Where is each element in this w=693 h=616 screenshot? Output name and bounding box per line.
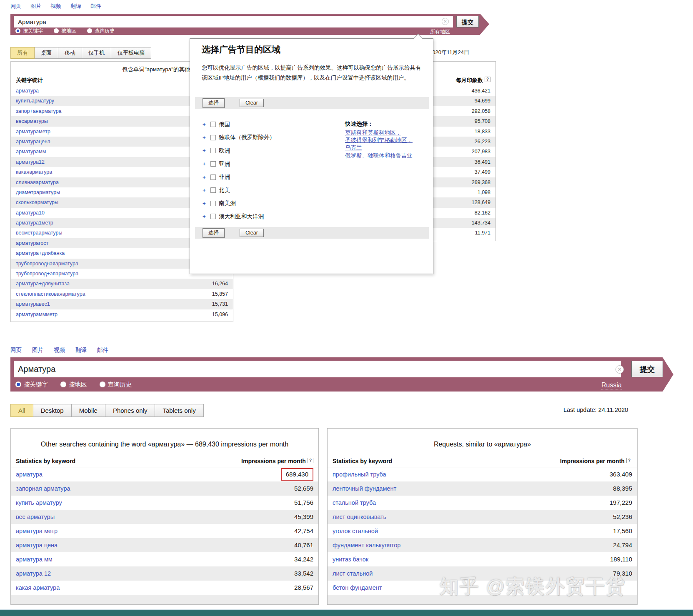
radio-selected-icon[interactable] bbox=[15, 28, 20, 33]
tab-desktop[interactable]: Desktop bbox=[33, 404, 72, 417]
keyword-link[interactable]: какаяарматура bbox=[16, 167, 52, 177]
region-label[interactable]: 独联体（俄罗斯除外） bbox=[219, 134, 275, 141]
region-checkbox[interactable] bbox=[210, 135, 216, 140]
keyword-link[interactable]: профильный труба bbox=[333, 467, 386, 481]
expand-icon[interactable]: + bbox=[203, 135, 210, 141]
keyword-link[interactable]: арматураметр bbox=[16, 127, 50, 137]
clear-icon[interactable]: ✕ bbox=[442, 18, 449, 25]
nav-link[interactable]: 网页 bbox=[10, 347, 22, 354]
quick-select-link[interactable]: 俄罗斯、独联体和格鲁吉亚 bbox=[345, 152, 430, 160]
keyword-link[interactable]: арматура 12 bbox=[16, 566, 51, 581]
mode-history[interactable]: 查询历史 bbox=[100, 381, 132, 389]
region-checkbox[interactable] bbox=[210, 214, 216, 219]
search-input[interactable] bbox=[14, 361, 621, 377]
tab-mobile[interactable]: 移动 bbox=[58, 47, 82, 59]
nav-link[interactable]: 图片 bbox=[32, 347, 43, 354]
tab-phones-only[interactable]: 仅手机 bbox=[82, 47, 111, 59]
nav-link[interactable]: 网页 bbox=[10, 2, 21, 10]
expand-icon[interactable]: + bbox=[203, 187, 210, 193]
keyword-link[interactable]: арматура метр bbox=[16, 524, 58, 538]
keyword-link[interactable]: какая арматура bbox=[16, 581, 60, 595]
help-icon[interactable]: ? bbox=[626, 458, 632, 463]
region-checkbox[interactable] bbox=[210, 161, 216, 167]
tab-tablets-only[interactable]: Tablets only bbox=[155, 404, 203, 417]
region-label[interactable]: 俄国 bbox=[219, 121, 230, 128]
keyword-link[interactable]: запор+анарматура bbox=[16, 106, 62, 116]
region-label[interactable]: 亚洲 bbox=[219, 160, 230, 168]
tab-tablets-only[interactable]: 仅平板电脑 bbox=[111, 47, 151, 59]
region-checkbox[interactable] bbox=[210, 201, 216, 206]
keyword-link[interactable]: вес арматуры bbox=[16, 510, 55, 524]
keyword-link[interactable]: арматурагост bbox=[16, 238, 48, 248]
select-button[interactable]: 选择 bbox=[203, 98, 225, 108]
nav-link[interactable]: 图片 bbox=[30, 2, 41, 10]
nav-link[interactable]: 翻译 bbox=[75, 347, 87, 354]
keyword-link[interactable]: бетон фундамент bbox=[333, 581, 382, 595]
expand-icon[interactable]: + bbox=[203, 121, 210, 127]
help-icon[interactable]: ? bbox=[308, 458, 313, 463]
submit-button[interactable]: 提交 bbox=[456, 16, 479, 27]
radio-icon[interactable] bbox=[87, 28, 92, 33]
radio-selected-icon[interactable] bbox=[15, 382, 21, 387]
tab-all[interactable]: All bbox=[10, 404, 33, 417]
keyword-link[interactable]: лист оцинковывать bbox=[333, 510, 386, 524]
nav-link[interactable]: 视频 bbox=[50, 2, 61, 10]
keyword-link[interactable]: арматураммметр bbox=[16, 309, 58, 319]
radio-icon[interactable] bbox=[54, 28, 59, 33]
keyword-link[interactable]: арматура bbox=[16, 467, 43, 481]
keyword-link[interactable]: арматура bbox=[16, 86, 39, 96]
mode-by-keyword[interactable]: 按关键字 bbox=[15, 381, 48, 389]
region-label[interactable]: 非洲 bbox=[219, 173, 230, 181]
region-label[interactable]: 欧洲 bbox=[219, 147, 230, 155]
region-selector[interactable]: Russia bbox=[601, 382, 622, 389]
keyword-link[interactable]: арматурацена bbox=[16, 137, 50, 147]
mode-history[interactable]: 查询历史 bbox=[87, 27, 115, 35]
region-label[interactable]: 北美 bbox=[219, 187, 230, 194]
quick-select-link[interactable]: 莫斯科和莫斯科地区， bbox=[345, 129, 430, 137]
keyword-link[interactable]: ленточный фундамент bbox=[333, 481, 396, 496]
keyword-link[interactable]: арматурамм bbox=[16, 147, 46, 157]
mode-by-region[interactable]: 按地区 bbox=[60, 381, 87, 389]
expand-icon[interactable]: + bbox=[203, 147, 210, 154]
keyword-link[interactable]: унитаз бачок bbox=[333, 552, 368, 566]
keyword-link[interactable]: трубопровод+апарматура bbox=[16, 269, 78, 279]
keyword-link[interactable]: диаметрарматуры bbox=[16, 187, 60, 197]
search-input[interactable] bbox=[14, 16, 453, 27]
clear-button[interactable]: Clear bbox=[240, 99, 264, 107]
keyword-link[interactable]: арматуравес1 bbox=[16, 299, 50, 309]
region-label[interactable]: 澳大利亚和大洋洲 bbox=[219, 213, 264, 220]
keyword-link[interactable]: весарматуры bbox=[16, 116, 48, 126]
mode-by-keyword[interactable]: 按关键字 bbox=[15, 27, 43, 35]
expand-icon[interactable]: + bbox=[203, 174, 210, 180]
keyword-link[interactable]: стальной труба bbox=[333, 496, 376, 510]
tab-desktop[interactable]: 桌面 bbox=[35, 47, 58, 59]
region-checkbox[interactable] bbox=[210, 148, 216, 153]
select-button[interactable]: 选择 bbox=[203, 228, 225, 238]
tab-mobile[interactable]: Mobile bbox=[72, 404, 105, 417]
region-checkbox[interactable] bbox=[210, 122, 216, 127]
keyword-link[interactable]: купитьарматуру bbox=[16, 96, 54, 106]
region-selector[interactable]: 所有地区 bbox=[430, 28, 450, 35]
keyword-link[interactable]: уголок стальной bbox=[333, 524, 378, 538]
region-checkbox[interactable] bbox=[210, 175, 216, 180]
keyword-link[interactable]: арматура10 bbox=[16, 208, 45, 218]
keyword-link[interactable]: лист стальной bbox=[333, 566, 373, 581]
keyword-link[interactable]: арматура1метр bbox=[16, 218, 53, 228]
keyword-link[interactable]: арматура12 bbox=[16, 157, 45, 167]
nav-link[interactable]: 邮件 bbox=[90, 2, 101, 10]
clear-button[interactable]: Clear bbox=[240, 229, 264, 237]
nav-link[interactable]: 邮件 bbox=[97, 347, 108, 354]
radio-icon[interactable] bbox=[100, 382, 105, 387]
keyword-link[interactable]: весметраарматуры bbox=[16, 228, 63, 238]
keyword-link[interactable]: арматура цена bbox=[16, 538, 58, 552]
keyword-link[interactable]: фундамент калькулятор bbox=[333, 538, 400, 552]
keyword-link[interactable]: арматура+длябанка bbox=[16, 248, 65, 258]
tab-all[interactable]: 所有 bbox=[10, 47, 35, 59]
keyword-link[interactable]: арматура+дляунитаза bbox=[16, 279, 70, 289]
region-checkbox[interactable] bbox=[210, 187, 216, 193]
keyword-link[interactable]: сливнаяарматура bbox=[16, 177, 59, 187]
quick-select-link[interactable]: 圣彼得堡和列宁格勒地区， bbox=[345, 137, 430, 144]
keyword-link[interactable]: арматура мм bbox=[16, 552, 53, 566]
keyword-link[interactable]: стеклопластиковаяарматура bbox=[16, 289, 85, 299]
keyword-link[interactable]: купить арматуру bbox=[16, 496, 62, 510]
